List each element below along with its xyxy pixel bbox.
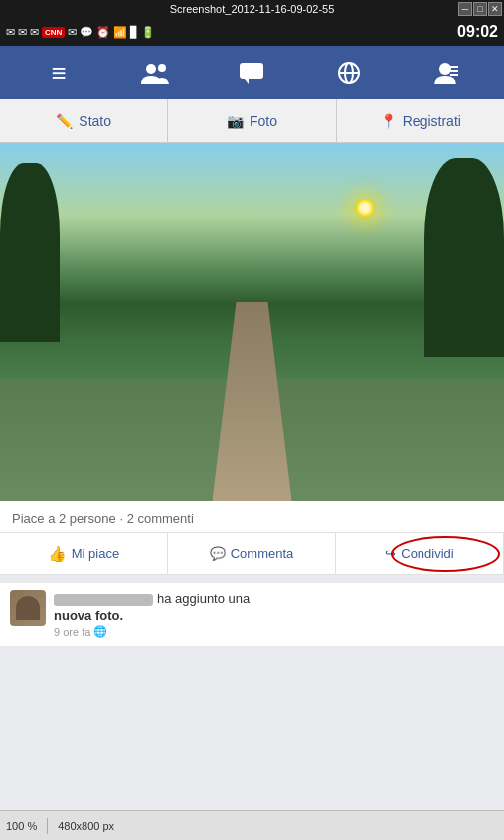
edit-icon: ✏️ bbox=[56, 113, 73, 129]
post-card: Piace a 2 persone · 2 commenti 👍 Mi piac… bbox=[0, 143, 504, 575]
status-bar: ✉ ✉ ✉ CNN ✉ 💬 ⏰ 📶 ▊ 🔋 09:02 bbox=[0, 18, 504, 46]
globe-small-icon: 🌐 bbox=[93, 625, 107, 638]
status-icons: ✉ ✉ ✉ CNN ✉ 💬 ⏰ 📶 ▊ 🔋 bbox=[6, 26, 155, 39]
content-area: Piace a 2 persone · 2 commenti 👍 Mi piac… bbox=[0, 143, 504, 810]
svg-rect-2 bbox=[240, 63, 263, 79]
post-photo[interactable] bbox=[0, 143, 504, 501]
tab-foto-label: Foto bbox=[250, 113, 277, 129]
globe-icon bbox=[337, 61, 361, 84]
tab-foto[interactable]: 📷 Foto bbox=[168, 99, 336, 142]
tab-stato[interactable]: ✏️ Stato bbox=[0, 99, 168, 142]
preview-avatar bbox=[10, 590, 46, 626]
preview-photo-text: nuova foto. bbox=[54, 608, 494, 623]
status-time: 09:02 bbox=[457, 23, 498, 41]
avatar-silhouette bbox=[16, 596, 40, 620]
notification-icon-1: ✉ bbox=[6, 26, 15, 39]
photo-path bbox=[213, 302, 292, 501]
condividi-label: Condividi bbox=[401, 546, 453, 561]
battery-icon: 🔋 bbox=[141, 26, 155, 39]
chat-button[interactable] bbox=[227, 51, 276, 94]
notification-icon-2: ✉ bbox=[18, 26, 27, 39]
svg-marker-3 bbox=[245, 79, 249, 84]
post-meta: Piace a 2 persone · 2 commenti bbox=[0, 501, 504, 533]
bar-separator bbox=[47, 818, 48, 834]
zoom-level: 100 % bbox=[6, 820, 37, 832]
svg-point-0 bbox=[146, 64, 156, 74]
message-icon: 💬 bbox=[80, 26, 93, 39]
minimize-button[interactable]: ─ bbox=[458, 2, 472, 16]
preview-action-text: ha aggiunto una bbox=[157, 591, 250, 606]
wifi-icon: 📶 bbox=[113, 26, 127, 39]
browser-bar: 100 % 480x800 px bbox=[0, 810, 504, 840]
hamburger-icon: ≡ bbox=[52, 58, 66, 88]
svg-point-1 bbox=[158, 64, 166, 72]
friends-icon bbox=[141, 62, 169, 84]
tab-registrati[interactable]: 📍 Registrati bbox=[337, 99, 504, 142]
facebook-navbar: ≡ bbox=[0, 46, 504, 99]
window-controls: ─ □ ✕ bbox=[458, 2, 502, 16]
profile-icon bbox=[432, 61, 458, 84]
svg-point-7 bbox=[439, 63, 451, 75]
preview-time: 9 ore fa 🌐 bbox=[54, 625, 494, 638]
commenta-button[interactable]: 💬 Commenta bbox=[168, 533, 336, 574]
tab-registrati-label: Registrati bbox=[403, 113, 461, 129]
cnn-badge: CNN bbox=[42, 27, 65, 38]
photo-trees-right bbox=[424, 158, 504, 357]
condividi-button[interactable]: ↪ Condividi bbox=[336, 533, 504, 574]
mi-piace-button[interactable]: 👍 Mi piace bbox=[0, 533, 168, 574]
share-icon: ↪ bbox=[385, 546, 396, 561]
notification-icon-3: ✉ bbox=[30, 26, 39, 39]
globe-button[interactable] bbox=[324, 51, 374, 94]
tab-stato-label: Stato bbox=[79, 113, 111, 129]
photo-trees-left bbox=[0, 163, 60, 342]
alarm-icon: ⏰ bbox=[96, 26, 110, 39]
menu-button[interactable]: ≡ bbox=[34, 51, 84, 94]
close-button[interactable]: ✕ bbox=[488, 2, 502, 16]
thumbs-up-icon: 👍 bbox=[48, 545, 67, 563]
commenta-label: Commenta bbox=[231, 546, 294, 561]
mi-piace-label: Mi piace bbox=[72, 546, 119, 561]
preview-action-line: ha aggiunto una bbox=[54, 590, 494, 608]
camera-icon: 📷 bbox=[227, 113, 244, 129]
likes-comments-count: Piace a 2 persone · 2 commenti bbox=[12, 511, 194, 526]
comment-icon: 💬 bbox=[210, 546, 226, 561]
signal-icon: ▊ bbox=[130, 26, 138, 39]
post-preview: ha aggiunto una nuova foto. 9 ore fa 🌐 bbox=[0, 583, 504, 646]
notification-icon-4: ✉ bbox=[68, 26, 77, 39]
page-dimensions: 480x800 px bbox=[58, 820, 114, 832]
maximize-button[interactable]: □ bbox=[473, 2, 487, 16]
friends-button[interactable] bbox=[130, 51, 180, 94]
preview-time-text: 9 ore fa bbox=[54, 626, 90, 638]
profile-button[interactable] bbox=[420, 51, 470, 94]
pin-icon: 📍 bbox=[380, 113, 397, 129]
chat-icon bbox=[239, 62, 264, 84]
post-actions: 👍 Mi piace 💬 Commenta ↪ Condividi bbox=[0, 533, 504, 575]
title-bar: Screenshot_2012-11-16-09-02-55 ─ □ ✕ bbox=[0, 0, 504, 18]
photo-sun bbox=[355, 198, 375, 218]
window-title: Screenshot_2012-11-16-09-02-55 bbox=[170, 3, 335, 15]
preview-text: ha aggiunto una nuova foto. 9 ore fa 🌐 bbox=[54, 590, 494, 638]
preview-name-blur bbox=[54, 594, 153, 606]
action-tabs: ✏️ Stato 📷 Foto 📍 Registrati bbox=[0, 99, 504, 143]
